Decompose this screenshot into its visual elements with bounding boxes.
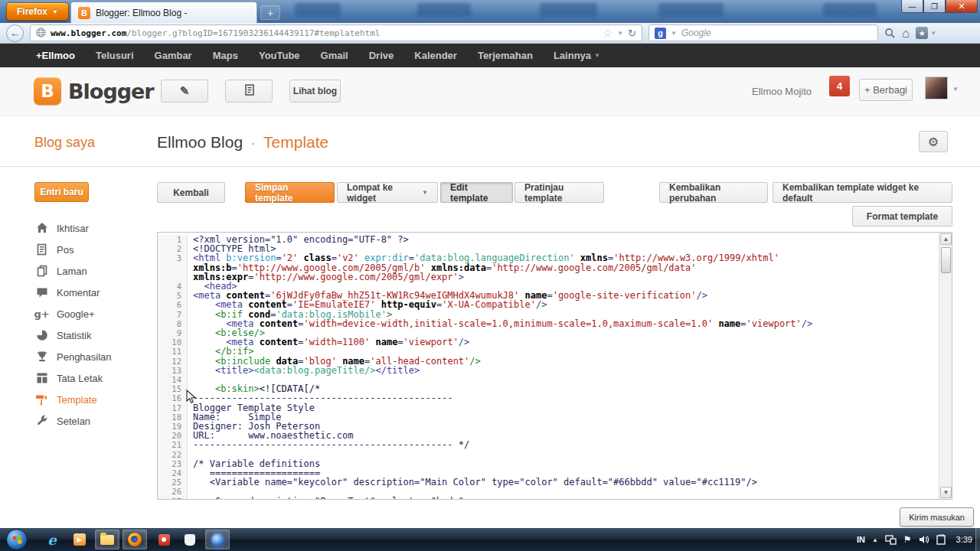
- post-list-button[interactable]: [225, 80, 273, 103]
- tray-expand-icon[interactable]: ▲: [872, 536, 878, 543]
- googleplus-icon: g+: [35, 308, 48, 321]
- scroll-up-icon[interactable]: ▲: [940, 233, 952, 245]
- google-bar-item-kalender[interactable]: Kalender: [414, 50, 457, 61]
- code-line-content: Blogger Template Style: [188, 403, 939, 412]
- format-template-button[interactable]: Format template: [852, 206, 952, 227]
- code-line-content: <html b:version='2' class='v2' expr:dir=…: [188, 253, 939, 282]
- file-explorer-icon[interactable]: [95, 530, 119, 549]
- chevron-down-icon[interactable]: ▼: [617, 30, 623, 37]
- code-line[interactable]: 10 <meta content='width=1100' name='view…: [158, 337, 939, 347]
- user-name[interactable]: Ellmoo Mojito: [752, 86, 812, 97]
- start-button[interactable]: [6, 529, 28, 550]
- url-bar[interactable]: www.blogger.com/blogger.g?blogID=1671903…: [30, 24, 642, 41]
- action-center-flag-icon[interactable]: ⚑: [903, 534, 912, 545]
- google-bar-item-profile[interactable]: +Ellmoo: [36, 50, 75, 61]
- save-template-button[interactable]: Simpan template: [245, 182, 335, 203]
- jump-to-widget-dropdown[interactable]: Lompat ke widget ▼: [337, 182, 438, 203]
- blogger-logo[interactable]: B Blogger: [34, 77, 154, 105]
- media-player-icon[interactable]: ▶: [67, 530, 92, 549]
- avatar[interactable]: [925, 77, 948, 99]
- search-box[interactable]: g ▼ Google: [648, 24, 878, 41]
- google-bar-item-telusuri[interactable]: Telusuri: [96, 50, 134, 61]
- background-window-blob: [540, 3, 597, 17]
- sidebar-item-setelan[interactable]: Setelan: [0, 410, 153, 432]
- view-blog-button[interactable]: Lihat blog: [289, 80, 341, 103]
- code-line[interactable]: 25 <Variable name="keycolor" description…: [158, 478, 939, 487]
- code-area[interactable]: 1<?xml version="1.0" encoding="UTF-8" ?>…: [158, 233, 939, 499]
- show-desktop-button[interactable]: [975, 528, 980, 551]
- new-entry-button[interactable]: Entri baru: [34, 182, 89, 202]
- mouse-cursor: [186, 390, 196, 407]
- red-app-icon[interactable]: [152, 530, 176, 549]
- internet-explorer-icon[interactable]: e: [40, 530, 64, 549]
- google-bar-item-maps[interactable]: Maps: [213, 50, 238, 61]
- firefox-menu-button[interactable]: Firefox ▼: [6, 2, 69, 21]
- close-button[interactable]: ✕: [946, 0, 978, 13]
- sidebar-item-statistik[interactable]: Statistik: [0, 324, 153, 346]
- chevron-down-icon: ▼: [52, 8, 58, 15]
- my-blogs-link[interactable]: Blog saya: [34, 135, 95, 151]
- clock[interactable]: 3:39: [956, 535, 972, 544]
- sidebar-item-ikhtisar[interactable]: Ikhtisar: [0, 217, 153, 239]
- search-input[interactable]: Google: [681, 28, 872, 38]
- sidebar-item-template[interactable]: Template: [0, 389, 153, 410]
- google-bar-item-youtube[interactable]: YouTube: [259, 50, 300, 61]
- code-line[interactable]: 27 <Group description="Page Text" select…: [158, 497, 939, 499]
- preview-template-button[interactable]: Pratinjau template: [514, 182, 604, 203]
- code-line[interactable]: 21--------------------------------------…: [158, 440, 939, 449]
- sidebar-item-penghasilan[interactable]: Penghasilan: [0, 346, 153, 367]
- settings-gear-button[interactable]: ⚙: [919, 131, 948, 152]
- sidebar-item-pos[interactable]: Pos: [0, 239, 153, 260]
- google-bar-item-gambar[interactable]: Gambar: [155, 50, 192, 61]
- language-indicator[interactable]: IN: [857, 535, 865, 544]
- code-line[interactable]: 8 <meta content='width=device-width,init…: [158, 319, 939, 328]
- sidebar-item-google-[interactable]: g+Google+: [0, 303, 153, 324]
- sidebar-item-label: Laman: [57, 266, 87, 277]
- sidebar-item-laman[interactable]: Laman: [0, 260, 153, 282]
- url-text[interactable]: www.blogger.com/blogger.g?blogID=1671903…: [51, 28, 599, 38]
- feedback-tray-icon[interactable]: [936, 534, 946, 545]
- share-button[interactable]: + Berbagi: [859, 79, 913, 101]
- new-tab-button[interactable]: +: [260, 5, 280, 20]
- minimize-button[interactable]: —: [901, 0, 923, 13]
- back-button-toolbar[interactable]: Kembali: [157, 182, 225, 203]
- blue-app-icon[interactable]: [205, 530, 230, 549]
- maximize-button[interactable]: ❐: [923, 0, 946, 13]
- sidebar-item-label: Penghasilan: [57, 351, 112, 363]
- firefox-taskbar-icon[interactable]: [122, 530, 147, 549]
- bookmarks-panel-button[interactable]: ★ ▼: [916, 27, 936, 39]
- sidebar-item-tata-letak[interactable]: Tata Letak: [0, 367, 153, 389]
- new-post-pencil-button[interactable]: ✎: [161, 80, 208, 103]
- code-line[interactable]: 13 <title><data:blog.pageTitle/></title>: [158, 366, 939, 375]
- scroll-down-icon[interactable]: ▼: [940, 487, 952, 498]
- revert-widget-default-button[interactable]: Kembalikan template widget ke default: [773, 182, 952, 203]
- line-number: 10: [158, 337, 188, 347]
- chevron-down-icon[interactable]: ▼: [952, 86, 959, 93]
- google-search-engine-icon[interactable]: g: [655, 28, 666, 39]
- browser-tab[interactable]: B Blogger: Ellmoo Blog -: [70, 2, 257, 23]
- scrollbar-thumb[interactable]: [941, 247, 951, 273]
- main-panel: Kembali Simpan template Lompat ke widget…: [157, 167, 980, 528]
- sidebar-item-komentar[interactable]: Komentar: [0, 282, 153, 303]
- editor-scrollbar[interactable]: ▲ ▼: [939, 233, 952, 499]
- notification-badge[interactable]: 4: [829, 76, 850, 96]
- google-bar-item-more[interactable]: Lainnya▼: [554, 50, 600, 61]
- google-bar-item-gmail[interactable]: Gmail: [321, 50, 348, 61]
- edit-template-button[interactable]: Edit template: [440, 182, 513, 203]
- search-icon[interactable]: [884, 28, 896, 39]
- reload-icon[interactable]: ↻: [628, 28, 636, 39]
- code-line[interactable]: 3<html b:version='2' class='v2' expr:dir…: [158, 253, 939, 282]
- send-feedback-button[interactable]: Kirim masukan: [900, 507, 974, 527]
- bookmark-star-icon[interactable]: ☆: [603, 27, 613, 39]
- google-bar-item-drive[interactable]: Drive: [369, 50, 394, 61]
- chevron-down-icon[interactable]: ▼: [671, 30, 677, 37]
- layout-icon: [35, 372, 48, 385]
- volume-icon[interactable]: [919, 535, 929, 544]
- google-bar-item-terjemahan[interactable]: Terjemahan: [478, 50, 533, 61]
- back-button[interactable]: ←: [6, 24, 24, 42]
- network-icon[interactable]: [885, 535, 897, 545]
- template-code-editor[interactable]: 1<?xml version="1.0" encoding="UTF-8" ?>…: [157, 232, 952, 500]
- white-app-icon[interactable]: [178, 530, 202, 549]
- home-icon[interactable]: ⌂: [902, 27, 910, 40]
- revert-changes-button[interactable]: Kembalikan perubahan: [659, 182, 768, 203]
